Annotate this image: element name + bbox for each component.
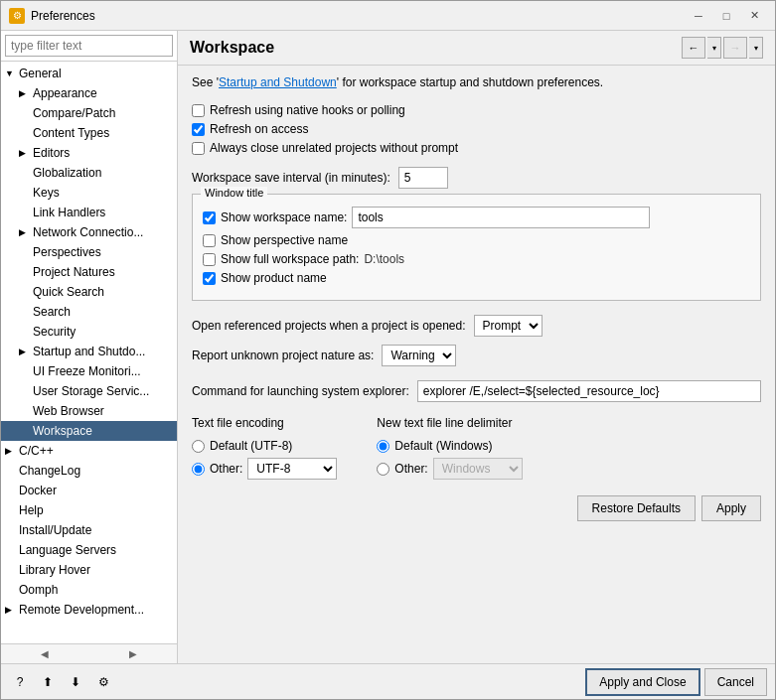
apply-and-close-button[interactable]: Apply and Close: [585, 668, 699, 696]
sidebar-item-editors[interactable]: ▶ Editors: [1, 143, 177, 163]
sidebar-item-ui-freeze[interactable]: UI Freeze Monitori...: [1, 361, 177, 381]
search-input[interactable]: [5, 35, 173, 57]
arrow-language-servers: [5, 545, 19, 555]
workspace-name-input[interactable]: [352, 207, 650, 228]
sidebar-item-install[interactable]: Install/Update: [1, 520, 177, 540]
help-icon-symbol: ?: [17, 675, 24, 689]
sidebar-item-compare-patch[interactable]: Compare/Patch: [1, 103, 177, 123]
save-interval-label: Workspace save interval (in minutes):: [192, 171, 390, 185]
report-nature-dropdown[interactable]: Warning Error Ignore: [382, 345, 456, 366]
arrow-startup: ▶: [19, 347, 33, 356]
report-nature-label: Report unknown project nature as:: [192, 349, 374, 362]
sidebar-scroll-left[interactable]: ◀: [1, 644, 89, 663]
info-text-before: See ': [192, 75, 219, 89]
save-interval-row: Workspace save interval (in minutes):: [192, 167, 761, 189]
show-full-path-checkbox[interactable]: [203, 253, 216, 266]
sidebar-item-help[interactable]: Help: [1, 500, 177, 520]
command-input[interactable]: [417, 380, 761, 402]
show-perspective-checkbox[interactable]: [203, 234, 216, 247]
refresh-native-checkbox[interactable]: [192, 104, 205, 117]
sidebar-item-label-user-storage: User Storage Servic...: [33, 384, 149, 398]
sidebar-item-link-handlers[interactable]: Link Handlers: [1, 203, 177, 222]
sidebar-item-startup[interactable]: ▶ Startup and Shutdo...: [1, 342, 177, 361]
encoding-other-radio[interactable]: [192, 463, 205, 476]
minimize-button[interactable]: ─: [686, 6, 711, 26]
sidebar-item-workspace[interactable]: Workspace: [1, 421, 177, 441]
arrow-ui-freeze: [19, 366, 33, 376]
forward-button[interactable]: →: [723, 37, 747, 59]
sidebar-item-remote-dev[interactable]: ▶ Remote Development...: [1, 600, 177, 620]
sidebar-item-appearance[interactable]: ▶ Appearance: [1, 83, 177, 103]
sidebar-item-perspectives[interactable]: Perspectives: [1, 242, 177, 262]
sidebar-item-docker[interactable]: Docker: [1, 481, 177, 500]
delimiter-other-radio[interactable]: [377, 463, 389, 476]
sidebar-item-label-editors: Editors: [33, 146, 70, 160]
sidebar-item-security[interactable]: Security: [1, 322, 177, 342]
sidebar-item-label-docker: Docker: [19, 484, 57, 497]
arrow-remote-dev: ▶: [5, 605, 19, 615]
refresh-access-row: Refresh on access: [192, 122, 761, 136]
maximize-button[interactable]: □: [713, 6, 739, 26]
sidebar-item-keys[interactable]: Keys: [1, 183, 177, 203]
restore-defaults-button[interactable]: Restore Defaults: [577, 495, 696, 521]
forward-dropdown-button[interactable]: ▾: [749, 37, 763, 59]
window-title-group: Window title Show workspace name: Show p…: [192, 194, 761, 301]
delimiter-other-dropdown[interactable]: Windows Unix Mac: [433, 458, 523, 480]
sidebar-item-content-types[interactable]: Content Types: [1, 123, 177, 143]
delimiter-default-radio[interactable]: [377, 440, 389, 453]
arrow-docker: [5, 486, 19, 495]
open-projects-label: Open referenced projects when a project …: [192, 319, 466, 333]
sidebar-item-project-natures[interactable]: Project Natures: [1, 262, 177, 282]
sidebar-item-label-globalization: Globalization: [33, 166, 101, 180]
sidebar-item-language-servers[interactable]: Language Servers: [1, 540, 177, 560]
sidebar-item-globalization[interactable]: Globalization: [1, 163, 177, 183]
sidebar-item-quick-search[interactable]: Quick Search: [1, 282, 177, 302]
settings-icon[interactable]: ⚙: [92, 671, 114, 693]
sidebar-item-cpp[interactable]: ▶ C/C++: [1, 441, 177, 461]
arrow-oomph: [5, 585, 19, 595]
sidebar-item-label-workspace: Workspace: [33, 424, 92, 438]
startup-shutdown-link[interactable]: Startup and Shutdown: [219, 75, 337, 89]
save-interval-input[interactable]: [398, 167, 448, 189]
sidebar-item-label-oomph: Oomph: [19, 583, 58, 597]
sidebar-item-general[interactable]: ▼ General: [1, 64, 177, 83]
delimiter-other-row: Other: Windows Unix Mac: [377, 458, 522, 480]
back-button[interactable]: ←: [682, 37, 705, 59]
encoding-other-dropdown[interactable]: UTF-8 UTF-16 ISO-8859-1: [247, 458, 337, 480]
help-icon[interactable]: ?: [9, 671, 31, 693]
nav-buttons: ← ▾ → ▾: [682, 37, 763, 59]
sidebar-item-oomph[interactable]: Oomph: [1, 580, 177, 600]
refresh-access-checkbox[interactable]: [192, 123, 205, 136]
sidebar-scroll: ◀ ▶: [1, 643, 177, 663]
show-product-name-row: Show product name: [203, 271, 750, 285]
arrow-changelog: [5, 466, 19, 476]
apply-button[interactable]: Apply: [701, 495, 761, 521]
encoding-title: Text file encoding: [192, 416, 337, 430]
panel-header: Workspace ← ▾ → ▾: [178, 31, 775, 66]
sidebar-item-library-hover[interactable]: Library Hover: [1, 560, 177, 580]
settings-icon-symbol: ⚙: [98, 675, 109, 689]
sidebar-item-web-browser[interactable]: Web Browser: [1, 401, 177, 421]
sidebar-scroll-right[interactable]: ▶: [89, 644, 178, 663]
report-nature-row: Report unknown project nature as: Warnin…: [192, 345, 761, 366]
open-projects-dropdown[interactable]: Prompt Always Never: [474, 315, 543, 337]
import-icon[interactable]: ⬆: [37, 671, 59, 693]
export-icon[interactable]: ⬇: [65, 671, 86, 693]
close-button[interactable]: ✕: [741, 6, 767, 26]
always-close-checkbox[interactable]: [192, 142, 205, 155]
show-workspace-name-checkbox[interactable]: [203, 211, 216, 224]
sidebar-item-changelog[interactable]: ChangeLog: [1, 461, 177, 481]
show-product-name-checkbox[interactable]: [203, 272, 216, 285]
command-label: Command for launching system explorer:: [192, 384, 409, 398]
arrow-web-browser: [19, 406, 33, 416]
sidebar-item-search[interactable]: Search: [1, 302, 177, 322]
show-perspective-row: Show perspective name: [203, 233, 750, 247]
sidebar-item-network[interactable]: ▶ Network Connectio...: [1, 222, 177, 242]
cancel-button[interactable]: Cancel: [704, 668, 767, 696]
window-title-group-label: Window title: [201, 187, 267, 199]
encoding-default-radio[interactable]: [192, 440, 205, 453]
export-icon-symbol: ⬇: [71, 675, 80, 689]
sidebar-item-user-storage[interactable]: User Storage Servic...: [1, 381, 177, 401]
back-dropdown-button[interactable]: ▾: [707, 37, 721, 59]
delimiter-default-row: Default (Windows): [377, 439, 522, 453]
